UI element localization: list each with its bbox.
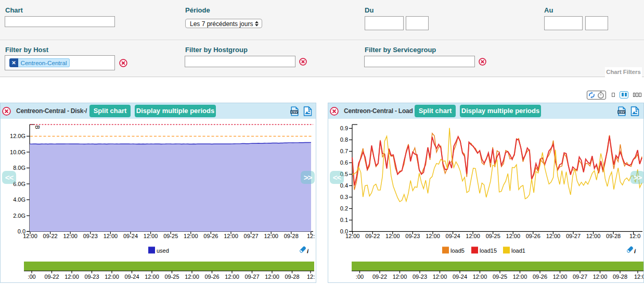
svg-text:12:00: 12:00 (265, 274, 279, 280)
svg-text:12:00: 12:00 (63, 233, 78, 239)
svg-text:09-26: 09-26 (203, 233, 218, 239)
svg-text:CSV: CSV (619, 110, 625, 114)
svg-text:0.1: 0.1 (340, 217, 348, 223)
svg-text:12:00: 12:00 (586, 233, 601, 239)
svg-text:09-28: 09-28 (285, 274, 299, 280)
svg-text::00: :00 (28, 274, 35, 280)
svg-text:12:00: 12:00 (105, 274, 119, 280)
svg-text::00: :00 (356, 274, 364, 280)
svg-text:09-26: 09-26 (533, 274, 547, 280)
svg-text:09-23: 09-23 (405, 233, 420, 239)
svg-text:12:: 12: (307, 274, 315, 280)
svg-text:09-28: 09-28 (613, 274, 627, 280)
svg-text:09-28: 09-28 (606, 233, 621, 239)
svg-text:load15: load15 (480, 247, 497, 254)
svg-text:12:00: 12:00 (433, 274, 447, 280)
svg-text:09-27: 09-27 (573, 274, 587, 280)
svg-text:0.7: 0.7 (340, 148, 348, 154)
svg-text:0.2: 0.2 (340, 205, 348, 212)
svg-text:12:00: 12:00 (264, 233, 278, 239)
svg-text:09-24: 09-24 (453, 274, 467, 280)
svg-text:09-22: 09-22 (372, 274, 387, 280)
svg-text:12:00: 12:00 (184, 233, 198, 239)
svg-text:12:00: 12:00 (473, 274, 487, 280)
svg-text:8.0G: 8.0G (13, 165, 25, 171)
svg-text:09-23: 09-23 (413, 274, 427, 280)
svg-text:12:0: 12:0 (634, 274, 643, 280)
svg-text:12:00: 12:00 (23, 233, 37, 239)
svg-text:09-22: 09-22 (365, 233, 380, 239)
svg-text:12:00: 12:00 (145, 274, 159, 280)
svg-text:09-22: 09-22 (43, 233, 58, 239)
svg-text:0.6: 0.6 (340, 159, 348, 166)
svg-text:10.0G: 10.0G (10, 149, 25, 155)
svg-text:12:00: 12:00 (345, 233, 360, 239)
svg-text:12:00: 12:00 (466, 233, 480, 239)
svg-text:12:00: 12:00 (224, 233, 238, 239)
svg-text:0.3: 0.3 (340, 194, 348, 200)
svg-text:12:00: 12:00 (553, 274, 568, 280)
svg-text:09-24: 09-24 (124, 274, 139, 280)
svg-text:0.8: 0.8 (340, 137, 348, 143)
svg-text:2.0G: 2.0G (13, 213, 25, 219)
svg-text:12:00: 12:00 (426, 233, 440, 239)
svg-text:12:00: 12:00 (546, 233, 561, 239)
svg-text:09-24: 09-24 (446, 233, 460, 239)
svg-text:used: used (157, 247, 169, 254)
svg-text:09-25: 09-25 (486, 233, 500, 239)
svg-text:09-28: 09-28 (284, 233, 299, 239)
svg-text:09-23: 09-23 (83, 233, 98, 239)
svg-text:09-25: 09-25 (164, 274, 179, 280)
svg-text:12:00: 12:00 (593, 274, 608, 280)
svg-text:09-27: 09-27 (244, 274, 259, 280)
svg-text:12:00: 12:00 (225, 274, 239, 280)
svg-text:12:00: 12:00 (393, 274, 407, 280)
svg-text:load5: load5 (450, 247, 465, 254)
svg-text:09-26: 09-26 (204, 274, 219, 280)
svg-text:12:: 12: (307, 233, 315, 239)
svg-text:B: B (34, 126, 41, 129)
svg-text:09-24: 09-24 (123, 233, 138, 239)
svg-text:4.0G: 4.0G (13, 196, 25, 203)
svg-text:12:00: 12:00 (385, 233, 400, 239)
svg-text:12:00: 12:00 (185, 274, 199, 280)
svg-text:12:00: 12:00 (144, 233, 158, 239)
svg-text:09-22: 09-22 (44, 274, 59, 280)
svg-text:load1: load1 (511, 247, 525, 254)
svg-text:09-25: 09-25 (163, 233, 178, 239)
svg-text:0.9: 0.9 (340, 125, 348, 131)
svg-text:12:00: 12:00 (104, 233, 118, 239)
svg-text:i: i (307, 248, 309, 254)
svg-text:09-27: 09-27 (566, 233, 581, 239)
svg-text:12:00: 12:00 (506, 233, 521, 239)
svg-text:12.0G: 12.0G (10, 133, 25, 139)
svg-text:09-23: 09-23 (84, 274, 99, 280)
svg-text:12:00: 12:00 (513, 274, 527, 280)
svg-text:09-26: 09-26 (526, 233, 540, 239)
svg-text:12:00: 12:00 (65, 274, 79, 280)
svg-text:CSV: CSV (291, 110, 298, 114)
svg-text:09-27: 09-27 (244, 233, 259, 239)
svg-text:i: i (634, 248, 636, 254)
svg-text:12:0: 12:0 (629, 233, 640, 239)
svg-text:09-25: 09-25 (493, 274, 507, 280)
